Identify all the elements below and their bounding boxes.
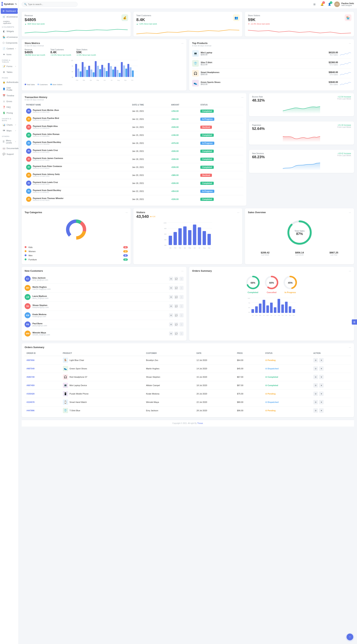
sidebar-item-forms[interactable]: 📝 Forms › <box>1 64 18 69</box>
svg-rect-18 <box>84 67 86 77</box>
email-action-button[interactable]: ✉ <box>169 332 173 336</box>
down-action-button[interactable]: ▼ <box>319 375 324 379</box>
sidebar-item-menu-levels[interactable]: ☰ Menu Levels › <box>1 138 18 145</box>
orders-table-header: Orders Summary ··· <box>25 346 351 349</box>
payment-avatar: Pf <box>26 156 31 162</box>
sales-menu[interactable]: ··· <box>349 211 351 214</box>
more-action-button[interactable]: ⋮ <box>179 322 184 326</box>
user-profile-area[interactable]: PS Pauline Seitz Web Designer <box>334 2 354 7</box>
search-input[interactable] <box>28 3 75 6</box>
search-icon: 🔍 <box>24 3 27 6</box>
notification-bell-icon[interactable]: 🔔 3 <box>319 2 324 7</box>
customer-cell: Allister Campel <box>144 381 195 390</box>
amount-value: +$66.00 <box>171 118 179 120</box>
table-row: #447896 👕 T-Shirt Blue Emy Jackson 28 Ju… <box>25 406 351 415</box>
payment-date: Jan 18, 2021 <box>131 155 170 163</box>
more-action-button[interactable]: ⋮ <box>179 332 184 336</box>
sidebar-item-icons[interactable]: ★ Icons <box>1 52 18 57</box>
customer-item: PB Paul Benn pauly.b@xyz.com ✉ 💬 ⋮ <box>25 320 184 329</box>
sidebar-item-maps[interactable]: 🗺 Maps › <box>1 128 18 134</box>
chat-action-button[interactable]: 💬 <box>174 313 178 317</box>
more-action-button[interactable]: ⋮ <box>179 286 184 290</box>
new-customers-menu[interactable]: ··· <box>181 270 184 272</box>
more-action-button[interactable]: ⋮ <box>179 313 184 317</box>
top-products-menu[interactable]: ··· <box>349 42 351 45</box>
sidebar-item-components[interactable]: ⬡ Components › <box>1 40 18 46</box>
gear-action-button[interactable]: ⚙ <box>313 400 318 404</box>
email-action-button[interactable]: ✉ <box>169 286 173 290</box>
categories-menu[interactable]: ··· <box>126 211 128 214</box>
sidebar-item-dashboard[interactable]: ⊞ Dashboard ▾ <box>1 8 18 14</box>
email-action-button[interactable]: ✉ <box>169 277 173 281</box>
more-action-button[interactable]: ⋮ <box>179 277 184 281</box>
sidebar-logo[interactable]: S Syndron ⇆ <box>0 0 19 8</box>
sidebar-item-faq[interactable]: ❓ FAQ <box>1 104 18 110</box>
chat-action-button[interactable]: 💬 <box>174 304 178 308</box>
product-sparkline <box>340 51 351 56</box>
grid-icon[interactable]: ⊞ <box>312 2 317 7</box>
category-name: Furniture <box>29 258 37 261</box>
email-action-button[interactable]: ✉ <box>169 313 173 317</box>
top-products-header: Top Products In last 30 days revenue ··· <box>192 42 351 47</box>
email-action-button[interactable]: ✉ <box>169 295 173 299</box>
svg-rect-102 <box>266 306 269 313</box>
trans-menu[interactable]: ··· <box>241 96 244 99</box>
gear-action-button[interactable]: ⚙ <box>313 375 318 379</box>
search-box[interactable]: 🔍 <box>22 2 78 7</box>
chat-action-button[interactable]: 💬 <box>174 322 178 326</box>
sessions-change-label: From Last Week <box>337 154 351 156</box>
product-sparkline <box>340 70 351 76</box>
visitors-menu[interactable]: ··· <box>237 211 239 214</box>
sidebar-item-documentation[interactable]: 📖 Documentation <box>1 146 18 151</box>
svg-rect-107 <box>285 302 288 313</box>
sidebar-item-ecommerce[interactable]: 🛒 eCommerce › <box>1 14 18 20</box>
down-action-button[interactable]: ▼ <box>319 392 324 396</box>
down-action-button[interactable]: ▼ <box>319 408 324 413</box>
settings-float-button[interactable]: ⚙ <box>352 320 357 324</box>
down-action-button[interactable]: ▼ <box>319 358 324 362</box>
sidebar-item-auth[interactable]: 🔒 Authentication › <box>1 80 18 85</box>
order-donut-item: 60% Cancelled <box>264 275 279 294</box>
sidebar-item-support[interactable]: 💬 Support <box>1 151 18 157</box>
orders-table-menu[interactable]: ··· <box>349 346 351 349</box>
more-action-button[interactable]: ⋮ <box>179 304 184 308</box>
more-action-button[interactable]: ⋮ <box>179 295 184 299</box>
down-action-button[interactable]: ▼ <box>319 400 324 404</box>
down-action-button[interactable]: ▼ <box>319 366 324 371</box>
payment-avatar: Pf <box>26 140 31 146</box>
sidebar-item-tables[interactable]: ⊞ Tables <box>1 69 18 75</box>
footer-link[interactable]: Thosai. <box>197 422 203 424</box>
product-cell: 🪑 Light Blue Chair <box>61 356 144 364</box>
down-action-button[interactable]: ▼ <box>319 383 324 388</box>
sidebar-item-charts[interactable]: 📊 Charts › <box>1 122 18 128</box>
customer-email: marrtin.hug@xyz.com <box>33 288 167 290</box>
gear-action-button[interactable]: ⚙ <box>313 383 318 388</box>
chat-action-button[interactable]: 💬 <box>174 295 178 299</box>
gear-action-button[interactable]: ⚙ <box>313 392 318 396</box>
email-action-button[interactable]: ✉ <box>169 304 173 308</box>
order-id: #887459 <box>27 384 35 386</box>
sidebar-item-timeline[interactable]: 📅 Timeline <box>1 93 18 98</box>
chat-action-button[interactable]: 💬 <box>174 277 178 281</box>
sidebar-item-errors[interactable]: ⚠ Errors <box>1 98 18 104</box>
gear-action-button[interactable]: ⚙ <box>313 366 318 371</box>
product-sales-count: 265 Sales <box>293 84 338 86</box>
store-metrics-menu[interactable]: ··· <box>181 42 184 45</box>
gear-action-button[interactable]: ⚙ <box>313 358 318 362</box>
orders-summary-menu[interactable]: ··· <box>349 270 351 272</box>
status-badge: Completed <box>200 134 214 137</box>
sidebar-item-user-profile[interactable]: 👤 User Profile <box>1 85 18 92</box>
chat-action-button[interactable]: 💬 <box>174 286 178 290</box>
chat-action-button[interactable]: 💬 <box>174 332 178 336</box>
sidebar-item-ecommerce2[interactable]: 🏪 eCommerce › <box>1 34 18 40</box>
sidebar-item-pricing[interactable]: 💲 Pricing <box>1 110 18 116</box>
email-action-button[interactable]: ✉ <box>169 322 173 326</box>
sidebar-item-content[interactable]: 📄 Content › <box>1 46 18 52</box>
order-donut-item: 68% Completed <box>245 275 260 294</box>
errors-icon: ⚠ <box>3 100 5 103</box>
sidebar-item-widgets[interactable]: ◧ Widgets <box>1 28 18 34</box>
user-topbar-icon[interactable]: 👤 4 <box>327 2 332 7</box>
gear-action-button[interactable]: ⚙ <box>313 408 318 413</box>
sidebar-toggle-icon[interactable]: ⇆ <box>15 2 17 6</box>
categories-title: Top Categories <box>25 211 42 214</box>
